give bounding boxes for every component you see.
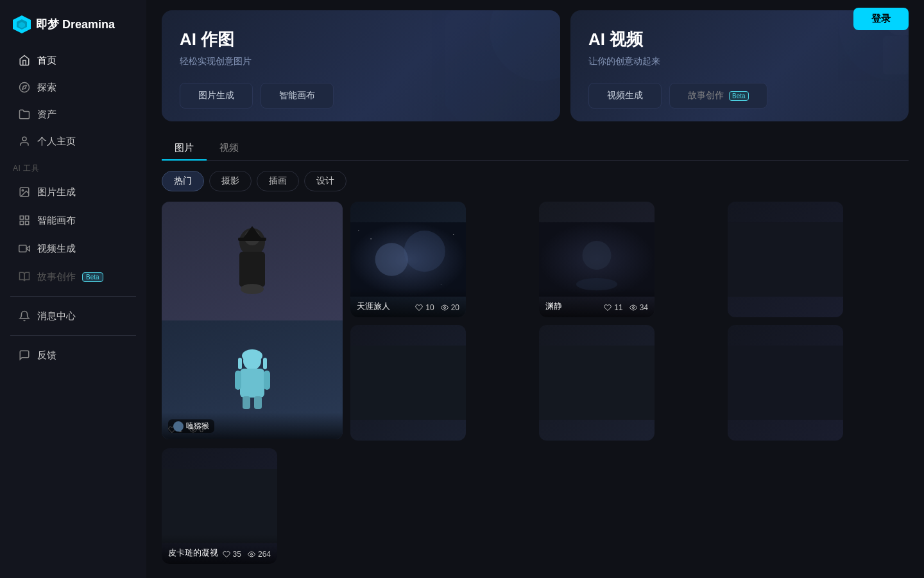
gallery-item-3-likes: 11 — [604, 303, 622, 312]
svg-point-37 — [404, 231, 445, 272]
story-button[interactable]: 故事创作 Beta — [669, 83, 767, 109]
sidebar-item-notifications[interactable]: 消息中心 — [5, 303, 141, 329]
svg-rect-30 — [254, 396, 262, 409]
gallery-item-5[interactable] — [350, 325, 466, 441]
gallery-item-2-overlay: 天涯旅人 10 20 — [350, 288, 466, 317]
home-icon — [18, 54, 31, 67]
gallery-item-8-views: 264 — [248, 550, 271, 559]
gallery-item-8-overlay: 皮卡琏的凝视 35 264 — [162, 534, 277, 564]
gallery-item-1-nametag: 嗑猕猴 — [168, 419, 214, 433]
video-icon — [18, 242, 31, 255]
filter-design[interactable]: 设计 — [304, 171, 346, 191]
sidebar-item-story[interactable]: 故事创作 Beta — [5, 264, 141, 290]
svg-rect-20 — [239, 252, 265, 287]
sidebar-item-explore[interactable]: 探索 — [5, 74, 141, 100]
gallery-item-7[interactable] — [728, 325, 843, 441]
filter-photo[interactable]: 摄影 — [209, 171, 252, 191]
toy-figure-blue — [228, 348, 277, 412]
sidebar-item-assets[interactable]: 资产 — [5, 101, 141, 127]
svg-rect-8 — [20, 216, 23, 219]
svg-rect-29 — [243, 396, 250, 409]
gallery-item-2-likes: 10 — [415, 303, 434, 312]
gallery-item-3-stats: 11 34 — [604, 303, 648, 312]
svg-point-38 — [358, 230, 359, 231]
sidebar-item-feedback-label: 反馈 — [37, 349, 56, 362]
book-icon — [18, 270, 31, 283]
svg-rect-13 — [19, 245, 26, 252]
sidebar-item-smart-canvas[interactable]: 智能画布 — [5, 207, 141, 233]
ai-tools-label: AI 工具 — [0, 155, 146, 178]
tab-videos[interactable]: 视频 — [207, 137, 252, 161]
gallery-item-6[interactable] — [539, 325, 654, 441]
video-gen-button[interactable]: 视频生成 — [588, 83, 662, 109]
gallery-item-2-views: 20 — [441, 303, 459, 312]
toy-figure-dark — [227, 226, 278, 297]
sidebar-item-image-gen[interactable]: 图片生成 — [5, 179, 141, 205]
sidebar-item-feedback[interactable]: 反馈 — [5, 342, 141, 368]
gallery-item-8-likes: 35 — [223, 550, 241, 559]
svg-rect-48 — [350, 346, 466, 420]
message-icon — [18, 349, 31, 362]
sidebar-item-video-gen[interactable]: 视频生成 — [5, 236, 141, 261]
sidebar-item-home-label: 首页 — [37, 55, 56, 67]
sidebar-item-explore-label: 探索 — [37, 82, 56, 94]
svg-rect-18 — [883, 36, 909, 74]
svg-point-45 — [583, 241, 612, 270]
main-content: AI 作图 轻松实现创意图片 图片生成 智能画布 AI 视频 让你的创意动起来 — [146, 0, 924, 578]
gallery-item-4[interactable] — [728, 202, 843, 317]
svg-point-15 — [445, 10, 560, 121]
bell-icon — [18, 310, 31, 322]
smart-canvas-button[interactable]: 智能画布 — [261, 83, 334, 109]
tab-images[interactable]: 图片 — [162, 137, 207, 161]
svg-point-31 — [242, 349, 262, 362]
gallery-item-2[interactable]: 天涯旅人 10 20 — [350, 202, 466, 317]
user-icon — [18, 135, 31, 148]
logo-icon — [13, 15, 31, 33]
image-gen-icon — [18, 186, 31, 198]
svg-point-39 — [370, 238, 372, 240]
story-badge: Beta — [82, 272, 103, 282]
gallery-item-8-name: 皮卡琏的凝视 — [168, 547, 218, 559]
svg-rect-10 — [26, 222, 29, 225]
svg-rect-28 — [264, 371, 270, 390]
sidebar-item-story-label: 故事创作 — [37, 271, 76, 283]
gallery-item-2-stats: 10 20 — [415, 303, 459, 312]
gallery-img-7 — [728, 325, 843, 441]
logo-text: 即梦 Dreamina — [36, 17, 115, 32]
gallery-item-8-stats: 35 264 — [223, 550, 271, 559]
svg-point-46 — [632, 307, 634, 309]
svg-rect-47 — [728, 222, 843, 297]
sidebar-item-notifications-label: 消息中心 — [37, 310, 76, 322]
svg-point-36 — [375, 243, 408, 276]
svg-rect-26 — [240, 369, 264, 398]
svg-rect-49 — [539, 346, 654, 420]
svg-rect-50 — [728, 346, 843, 420]
svg-rect-32 — [238, 358, 242, 369]
gallery-img-6 — [539, 325, 654, 441]
gallery-item-1[interactable]: 嗑猕猴 1 0 — [162, 202, 343, 439]
hero-deco-image — [445, 10, 560, 121]
gallery-item-3[interactable]: 渊静 11 34 — [539, 202, 654, 317]
filter-hot[interactable]: 热门 — [162, 171, 204, 191]
sidebar-item-image-gen-label: 图片生成 — [37, 186, 76, 198]
sidebar-item-profile-label: 个人主页 — [37, 136, 76, 148]
image-gen-button[interactable]: 图片生成 — [180, 83, 253, 109]
sidebar-item-smart-canvas-label: 智能画布 — [37, 215, 76, 227]
sidebar-item-profile[interactable]: 个人主页 — [5, 128, 141, 154]
sidebar-divider — [10, 296, 136, 297]
gallery-item-1-name: 嗑猕猴 — [186, 421, 209, 432]
svg-rect-51 — [162, 469, 277, 543]
sidebar-item-home[interactable]: 首页 — [5, 48, 141, 73]
gallery-item-3-views: 34 — [629, 303, 648, 312]
logo: 即梦 Dreamina — [0, 10, 146, 46]
compass-icon — [18, 81, 31, 94]
gallery-item-1-overlay: 嗑猕猴 1 0 — [162, 412, 343, 439]
gallery-item-8[interactable]: 皮卡琏的凝视 35 264 — [162, 448, 277, 564]
svg-point-5 — [22, 137, 26, 141]
svg-marker-4 — [22, 85, 26, 89]
gallery-item-3-name: 渊静 — [545, 301, 562, 312]
svg-rect-24 — [238, 238, 266, 241]
login-button[interactable]: 登录 — [853, 8, 909, 30]
filter-illustration[interactable]: 插画 — [257, 171, 299, 191]
sidebar-item-assets-label: 资产 — [37, 109, 56, 121]
